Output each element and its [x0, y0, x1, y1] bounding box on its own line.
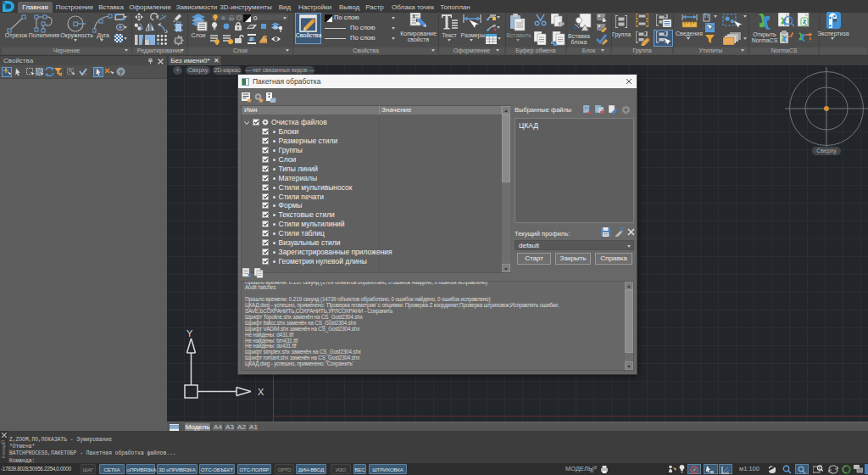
svg-text:?: ?	[119, 69, 123, 76]
svg-text:Y: Y	[186, 330, 193, 338]
svg-text:X: X	[258, 387, 264, 397]
